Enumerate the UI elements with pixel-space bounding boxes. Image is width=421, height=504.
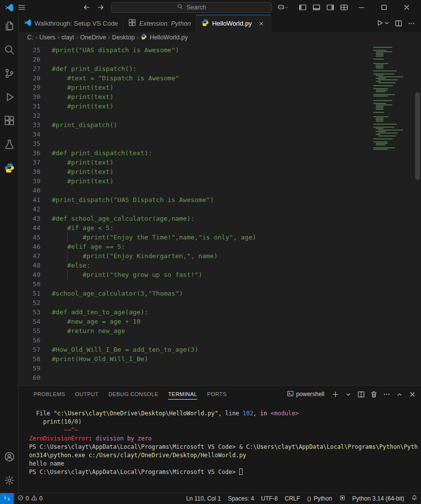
- breadcrumb-file[interactable]: HelloWorld.py: [140, 34, 188, 41]
- run-python-file-button[interactable]: [375, 18, 391, 30]
- code-line[interactable]: 46 #elif age == 5:: [19, 242, 369, 251]
- line-number[interactable]: 46: [19, 242, 40, 251]
- code-line[interactable]: 34: [19, 130, 369, 139]
- code-line[interactable]: 60: [19, 373, 369, 382]
- remote-indicator[interactable]: [0, 493, 14, 504]
- line-number[interactable]: 31: [19, 101, 40, 111]
- terminal-profile-chevron[interactable]: [342, 388, 354, 400]
- code-line[interactable]: 53#def add_ten_to_age(age):: [19, 307, 369, 317]
- code-line[interactable]: 40: [19, 186, 369, 195]
- breadcrumb-item[interactable]: C:: [27, 34, 34, 41]
- line-number[interactable]: 25: [19, 45, 40, 55]
- code-line[interactable]: 48 #else:: [19, 261, 369, 270]
- split-terminal-button[interactable]: [355, 388, 367, 400]
- line-number[interactable]: 53: [19, 307, 40, 317]
- customize-layout-button[interactable]: [337, 0, 351, 15]
- toggle-primary-sidebar-button[interactable]: [296, 0, 310, 15]
- close-window-button[interactable]: [396, 0, 418, 15]
- toggle-secondary-sidebar-button[interactable]: [323, 0, 337, 15]
- code-line[interactable]: 49 #print("they grow up so fast!"): [19, 270, 369, 279]
- breadcrumb-item[interactable]: Users: [39, 34, 56, 41]
- line-number[interactable]: 35: [19, 139, 40, 148]
- code-line[interactable]: 25#print("UAS dispatch is Awesome"): [19, 45, 369, 55]
- line-number[interactable]: 43: [19, 214, 40, 223]
- editor-scrollbar[interactable]: [415, 43, 421, 385]
- code-line[interactable]: 43#def school_age_calculator(age,name):: [19, 214, 369, 223]
- problems-indicator[interactable]: 0 0: [14, 493, 46, 504]
- code-line[interactable]: 58#print(How_Old_Will_I_Be): [19, 354, 369, 364]
- code-line[interactable]: 37 #print(text): [19, 158, 369, 167]
- activity-explorer[interactable]: [0, 15, 18, 38]
- code-line[interactable]: 32: [19, 111, 369, 120]
- line-number[interactable]: 30: [19, 92, 40, 101]
- line-number[interactable]: 42: [19, 204, 40, 214]
- code-line[interactable]: 42: [19, 204, 369, 214]
- activity-extensions[interactable]: [0, 109, 18, 133]
- tab-extension-python[interactable]: Extension: Python: [123, 15, 196, 32]
- breadcrumb-item[interactable]: OneDrive: [80, 34, 106, 41]
- line-number[interactable]: 48: [19, 261, 40, 270]
- command-center-search[interactable]: Search: [111, 2, 272, 13]
- code-line[interactable]: 44 #if age < 5:: [19, 223, 369, 233]
- code-line[interactable]: 29 #print(text): [19, 83, 369, 92]
- status-python-extension-status[interactable]: [336, 493, 349, 504]
- menu-button[interactable]: [15, 0, 29, 15]
- panel-tab-output[interactable]: OUTPUT: [71, 386, 103, 403]
- status-python-interpreter[interactable]: Python 3.14 (64-bit): [349, 493, 408, 504]
- split-editor-button[interactable]: [392, 18, 404, 30]
- code-line[interactable]: 55 #return new_age: [19, 326, 369, 336]
- panel-tab-problems[interactable]: PROBLEMS: [30, 386, 69, 403]
- tab-helloworld-py[interactable]: HelloWorld.py: [196, 15, 271, 32]
- line-number[interactable]: 49: [19, 270, 40, 279]
- close-panel-button[interactable]: [406, 388, 418, 400]
- line-number[interactable]: 32: [19, 111, 40, 120]
- terminal-more-actions-button[interactable]: [381, 388, 392, 400]
- line-number[interactable]: 47: [19, 251, 40, 261]
- kill-terminal-button[interactable]: [368, 388, 380, 400]
- line-number[interactable]: 33: [19, 120, 40, 130]
- code-line[interactable]: 30 #print(text): [19, 92, 369, 101]
- minimap[interactable]: [369, 43, 415, 385]
- code-line[interactable]: 27#def print_dispatch():: [19, 64, 369, 73]
- code-line[interactable]: 26: [19, 55, 369, 64]
- line-number[interactable]: 57: [19, 345, 40, 354]
- status-notifications-bell[interactable]: [408, 493, 421, 504]
- line-number[interactable]: 26: [19, 55, 40, 64]
- activity-search[interactable]: [0, 38, 18, 62]
- terminal-output[interactable]: File "c:\Users\clayt\OneDrive\Desktop\He…: [19, 403, 421, 493]
- code-line[interactable]: 54 #new_age = age + 10: [19, 317, 369, 326]
- status-language-mode[interactable]: {}Python: [304, 493, 336, 504]
- activity-account[interactable]: [0, 445, 18, 469]
- line-number[interactable]: 55: [19, 326, 40, 336]
- line-number[interactable]: 37: [19, 158, 40, 167]
- maximize-button[interactable]: [373, 0, 395, 15]
- code-line[interactable]: 56: [19, 336, 369, 345]
- back-button[interactable]: [80, 0, 94, 15]
- line-number[interactable]: 41: [19, 195, 40, 204]
- line-number[interactable]: 44: [19, 223, 40, 233]
- code-line[interactable]: 47 #print("Enjoy Kindergarten,", name): [19, 251, 369, 261]
- code-line[interactable]: 33#print_dispatch(): [19, 120, 369, 130]
- panel-tab-ports[interactable]: PORTS: [203, 386, 231, 403]
- code-line[interactable]: 36#def print_dispatch(text):: [19, 148, 369, 158]
- close-tab-button[interactable]: [257, 19, 266, 28]
- activity-source-control[interactable]: [0, 62, 18, 86]
- line-number[interactable]: 38: [19, 167, 40, 176]
- line-number[interactable]: 60: [19, 373, 40, 382]
- activity-settings[interactable]: [0, 469, 18, 493]
- line-number[interactable]: 56: [19, 336, 40, 345]
- panel-tab-debug-console[interactable]: DEBUG CONSOLE: [105, 386, 162, 403]
- line-number[interactable]: 59: [19, 364, 40, 373]
- terminal-profile-powershell[interactable]: powershell: [287, 390, 324, 399]
- new-terminal-button[interactable]: [329, 388, 341, 400]
- line-number[interactable]: 39: [19, 176, 40, 186]
- editor-more-actions-button[interactable]: [405, 18, 417, 30]
- breadcrumb-item[interactable]: Desktop: [112, 34, 135, 41]
- code-line[interactable]: 52: [19, 298, 369, 307]
- forward-button[interactable]: [94, 0, 107, 15]
- breadcrumb-item[interactable]: clayt: [62, 34, 74, 41]
- status-encoding[interactable]: UTF-8: [258, 493, 281, 504]
- line-number[interactable]: 50: [19, 279, 40, 289]
- line-number[interactable]: 27: [19, 64, 40, 73]
- line-number[interactable]: 36: [19, 148, 40, 158]
